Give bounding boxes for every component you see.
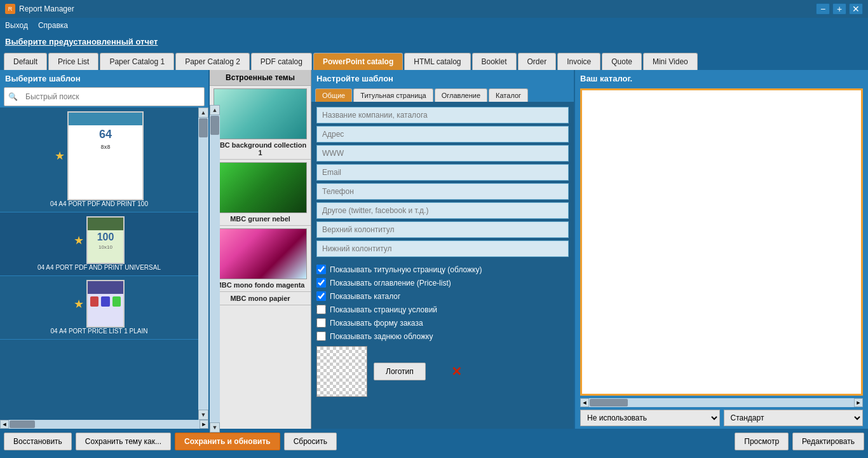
checkbox-order-input[interactable] (316, 318, 326, 328)
checkbox-order: Показывать форму заказа (316, 318, 569, 328)
middle-panel: Настройте шаблон Общие Титульная страниц… (311, 70, 575, 429)
dropdown-row: Не использовать Стандарт (575, 407, 868, 429)
save-as-button[interactable]: Сохранить тему как... (76, 433, 171, 450)
theme-item[interactable]: MBC gruner nebel (210, 160, 311, 226)
theme-thumb (214, 162, 307, 213)
menu-help[interactable]: Справка (38, 21, 68, 30)
other-input[interactable] (316, 202, 569, 219)
template-thumb: 100 10x10 (86, 216, 125, 264)
www-input[interactable] (316, 145, 569, 162)
scroll-up-arrow[interactable]: ▲ (198, 108, 208, 118)
tab-order[interactable]: Order (518, 53, 557, 70)
app-icon: R (5, 4, 15, 14)
theme-item[interactable]: MBC mono fondo magenta (210, 226, 311, 292)
subtab-catalog[interactable]: Каталог (489, 88, 528, 102)
tab-pdfcatalog[interactable]: PDF catalog (251, 53, 312, 70)
scroll-right-arrow[interactable]: ► (200, 420, 208, 429)
logo-button[interactable]: Логотип (374, 363, 426, 380)
checkbox-cover-input[interactable] (316, 265, 326, 274)
menubar: Выход Справка (0, 18, 868, 33)
right-dropdown[interactable]: Стандарт (724, 410, 864, 426)
theme-name: MBC mono papier (214, 295, 307, 302)
favorite-star-icon: ★ (55, 149, 65, 163)
theme-thumb (214, 88, 307, 139)
reset-button[interactable]: Сбросить (284, 433, 337, 450)
maximize-button[interactable]: + (832, 3, 846, 15)
delete-logo-button[interactable]: ✕ (451, 364, 462, 379)
right-panel: Ваш каталог. ◄ ► Не использовать Стандар… (575, 70, 868, 429)
theme-item[interactable]: MBC mono papier (210, 292, 311, 305)
themes-panel: Встроенные темы MBC background collectio… (210, 70, 311, 429)
tab-powerpointcatalog[interactable]: PowerPoint catalog (313, 53, 403, 70)
template-item[interactable]: ★ 64 8x8 04 A4 PORT PDF AND PRINT 100 (0, 108, 208, 212)
titlebar-controls: − + ✕ (816, 3, 863, 15)
left-panel-header: Выберите шаблон (0, 70, 208, 86)
checkbox-conditions: Показывать страницу условий (316, 305, 569, 314)
close-button[interactable]: ✕ (849, 3, 863, 15)
tab-minivideo[interactable]: Mini Video (643, 53, 698, 70)
logo-thumbnail (316, 346, 367, 397)
checkbox-order-label: Показывать форму заказа (330, 319, 423, 328)
left-scroll-h: ◄ ► (0, 420, 208, 429)
search-input[interactable] (25, 92, 195, 101)
subtab-toc[interactable]: Оглавление (435, 88, 487, 102)
form-area: Показывать титульную страницу (обложку) … (311, 102, 574, 429)
tab-quote[interactable]: Quote (602, 53, 642, 70)
theme-thumb (214, 228, 307, 279)
template-thumb: 64 8x8 (67, 111, 144, 200)
checkbox-toc: Показывать оглавление (Price-list) (316, 278, 569, 288)
logo-area: Логотип ✕ (316, 346, 569, 397)
restore-button[interactable]: Восстановить (4, 433, 72, 450)
preview-scroll-right[interactable]: ► (854, 398, 863, 407)
checkbox-toc-label: Показывать оглавление (Price-list) (330, 279, 451, 288)
tab-booklet[interactable]: Booklet (472, 53, 517, 70)
template-name: 04 A4 PORT PDF AND PRINT 100 (50, 200, 148, 208)
subtab-titlepage[interactable]: Титульная страница (353, 88, 433, 102)
checkbox-backcover-input[interactable] (316, 331, 326, 341)
edit-button[interactable]: Редактировать (792, 433, 864, 450)
titlebar-left: R Report Manager (5, 4, 74, 14)
checkbox-toc-input[interactable] (316, 278, 326, 288)
address-input[interactable] (316, 126, 569, 142)
email-input[interactable] (316, 164, 569, 181)
scroll-down-arrow[interactable]: ▼ (198, 410, 208, 420)
tab-pricelist[interactable]: Price List (48, 53, 98, 70)
template-item[interactable]: ★ 04 A4 PORT PR (0, 276, 208, 340)
checkbox-backcover-label: Показывать заднюю обложку (330, 332, 433, 341)
titlebar: R Report Manager − + ✕ (0, 0, 868, 18)
left-dropdown[interactable]: Не использовать (580, 410, 720, 426)
header-input[interactable] (316, 221, 569, 238)
bottom-bar: Восстановить Сохранить тему как... Сохра… (0, 429, 868, 454)
company-name-input[interactable] (316, 107, 569, 123)
themes-panel-header: Встроенные темы (210, 70, 311, 86)
theme-item[interactable]: MBC background collection 1 (210, 86, 311, 160)
tab-default[interactable]: Default (4, 53, 47, 70)
template-list: ▲ ▼ ★ 64 8x8 (0, 108, 208, 420)
preview-button[interactable]: Просмотр (735, 433, 789, 450)
preview-scroll-left[interactable]: ◄ (580, 398, 589, 407)
checkbox-cover: Показывать титульную страницу (обложку) (316, 265, 569, 274)
sub-tabs: Общие Титульная страница Оглавление Ката… (311, 86, 574, 102)
tab-htmlcatalog[interactable]: HTML catalog (404, 53, 470, 70)
scroll-left-arrow[interactable]: ◄ (0, 420, 9, 429)
theme-scroll-down[interactable]: ▼ (210, 422, 220, 429)
checkbox-catalog-input[interactable] (316, 291, 326, 301)
tab-invoice[interactable]: Invoice (557, 53, 600, 70)
left-panel: Выберите шаблон 🔍 ▲ ▼ ★ (0, 70, 210, 429)
menu-exit[interactable]: Выход (5, 21, 28, 30)
save-update-button[interactable]: Сохранить и обновить (175, 433, 280, 450)
footer-input[interactable] (316, 240, 569, 257)
phone-input[interactable] (316, 183, 569, 200)
checkbox-conditions-input[interactable] (316, 305, 326, 314)
preview-box (580, 88, 863, 396)
middle-panel-header: Настройте шаблон (311, 70, 574, 86)
left-panel-inner: ▲ ▼ ★ 64 8x8 (0, 108, 208, 420)
tab-papercatalog2[interactable]: Paper Catalog 2 (175, 53, 250, 70)
template-item[interactable]: ★ 100 10x10 04 A4 PORT PDF AND PRINT UNI… (0, 212, 208, 276)
minimize-button[interactable]: − (816, 3, 830, 15)
tabs-bar: Default Price List Paper Catalog 1 Paper… (0, 50, 868, 70)
theme-scroll-up[interactable]: ▲ (210, 105, 220, 115)
favorite-star-icon: ★ (74, 233, 84, 247)
subtab-general[interactable]: Общие (315, 88, 352, 102)
tab-papercatalog1[interactable]: Paper Catalog 1 (100, 53, 174, 70)
